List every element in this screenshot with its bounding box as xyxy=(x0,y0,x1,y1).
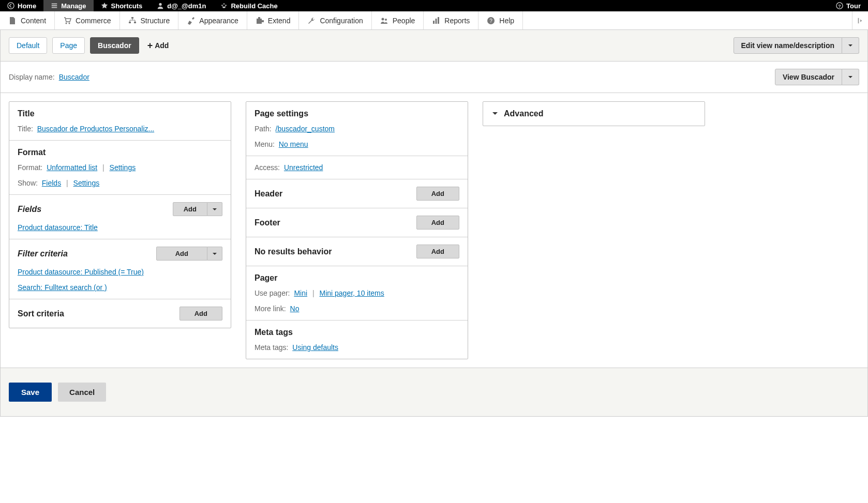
separator: | xyxy=(66,179,68,187)
menu-appearance-label: Appearance xyxy=(199,17,238,25)
toolbar-rebuild[interactable]: Rebuild Cache xyxy=(213,0,285,11)
show-settings[interactable]: Settings xyxy=(73,179,100,187)
filter-item[interactable]: Search: Fulltext search (or ) xyxy=(18,283,107,292)
section-noresults-heading: No results behavior xyxy=(255,247,416,256)
tab-default[interactable]: Default xyxy=(9,37,47,54)
menu-content-label: Content xyxy=(21,17,46,25)
svg-text:?: ? xyxy=(838,4,841,9)
field-item[interactable]: Product datasource: Title xyxy=(18,223,98,232)
menu-extend-label: Extend xyxy=(268,17,291,25)
advanced-heading: Advanced xyxy=(504,109,543,118)
section-pager: Pager Use pager: Mini | Mini pager, 10 i… xyxy=(246,266,468,321)
section-pager-heading: Pager xyxy=(255,273,459,283)
menu-commerce-label: Commerce xyxy=(76,17,111,25)
svg-rect-18 xyxy=(436,19,437,24)
toolbar-shortcuts[interactable]: Shortcuts xyxy=(94,0,150,11)
section-format: Format Format: Unformatted list | Settin… xyxy=(9,141,231,195)
section-pagesettings-heading: Page settings xyxy=(255,109,459,118)
svg-rect-3 xyxy=(52,7,57,8)
wrench-icon xyxy=(307,17,316,25)
puzzle-icon xyxy=(256,17,264,25)
view-display-dropdown[interactable] xyxy=(842,69,859,85)
section-footer-heading: Footer xyxy=(255,218,416,227)
footer-add-button[interactable]: Add xyxy=(416,216,459,230)
menu-content[interactable]: Content xyxy=(0,11,55,29)
format-settings[interactable]: Settings xyxy=(110,163,136,172)
cancel-button[interactable]: Cancel xyxy=(58,383,106,402)
svg-point-0 xyxy=(8,3,14,9)
form-actions: Save Cancel xyxy=(1,368,867,416)
section-sort: Sort criteria Add xyxy=(9,299,231,328)
sort-add-button[interactable]: Add xyxy=(179,307,222,321)
toolbar-tour-label: Tour xyxy=(846,2,861,10)
question-icon: ? xyxy=(487,17,495,25)
toolbar-user-label: d@_@dm1n xyxy=(167,2,206,10)
filter-add-dropdown[interactable] xyxy=(207,247,222,261)
header-add-button[interactable]: Add xyxy=(416,187,459,201)
menu-people-label: People xyxy=(393,17,415,25)
separator: | xyxy=(312,289,315,297)
page: Default Page Buscador + Add Edit view na… xyxy=(0,30,868,417)
more-link-label: More link: xyxy=(255,304,286,313)
toolbar-home[interactable]: Home xyxy=(0,0,43,11)
menu-configuration[interactable]: Configuration xyxy=(299,11,371,29)
section-filter: Filter criteria Add Product datasource: … xyxy=(9,239,231,299)
add-display-label: Add xyxy=(155,41,169,50)
meta-value[interactable]: Using defaults xyxy=(292,343,338,352)
menu-structure[interactable]: Structure xyxy=(120,11,179,29)
format-value[interactable]: Unformatted list xyxy=(47,163,97,172)
view-display-button[interactable]: View Buscador xyxy=(775,69,842,85)
chevron-down-icon xyxy=(847,74,854,80)
svg-rect-22 xyxy=(858,18,859,23)
toolbar-user[interactable]: d@_@dm1n xyxy=(149,0,213,11)
title-value[interactable]: Buscador de Productos Personaliz... xyxy=(37,125,154,133)
menu-configuration-label: Configuration xyxy=(320,17,363,25)
tab-page[interactable]: Page xyxy=(52,37,85,54)
save-button[interactable]: Save xyxy=(9,383,52,402)
svg-rect-10 xyxy=(129,22,131,23)
menu-value[interactable]: No menu xyxy=(279,140,308,148)
display-name-value[interactable]: Buscador xyxy=(59,73,89,81)
filter-add-button[interactable]: Add xyxy=(156,247,207,261)
menu-appearance[interactable]: Appearance xyxy=(178,11,247,29)
add-display[interactable]: + Add xyxy=(147,40,169,51)
toolbar-manage-label: Manage xyxy=(61,2,86,10)
format-label: Format: xyxy=(18,163,42,172)
separator: | xyxy=(102,163,104,172)
svg-rect-9 xyxy=(131,17,133,19)
chevron-down-icon xyxy=(212,206,218,212)
chevron-down-icon xyxy=(491,110,499,117)
svg-point-15 xyxy=(381,18,384,20)
toolbar-tour[interactable]: ? Tour xyxy=(829,0,868,11)
path-value[interactable]: /buscador_custom xyxy=(276,125,335,133)
menu-reports[interactable]: Reports xyxy=(424,11,478,29)
menu-commerce[interactable]: Commerce xyxy=(55,11,119,29)
pager-settings[interactable]: Mini pager, 10 items xyxy=(319,289,384,297)
chart-icon xyxy=(432,17,440,25)
menu-people[interactable]: People xyxy=(372,11,424,29)
access-value[interactable]: Unrestricted xyxy=(284,163,323,172)
fields-add-dropdown[interactable] xyxy=(207,202,222,216)
tree-icon xyxy=(128,17,137,25)
svg-rect-12 xyxy=(257,19,262,24)
advanced-toggle[interactable]: Advanced xyxy=(483,101,705,126)
use-pager-value[interactable]: Mini xyxy=(294,289,307,297)
svg-text:?: ? xyxy=(490,18,493,24)
section-filter-heading: Filter criteria xyxy=(18,249,156,258)
show-value[interactable]: Fields xyxy=(42,179,61,187)
edit-view-name-button[interactable]: Edit view name/description xyxy=(734,37,843,54)
recycle-icon xyxy=(220,2,228,9)
toolbar-manage[interactable]: Manage xyxy=(43,0,93,11)
menu-help[interactable]: ? Help xyxy=(478,11,523,29)
tab-buscador[interactable]: Buscador xyxy=(90,37,139,54)
noresults-add-button[interactable]: Add xyxy=(416,245,459,258)
fields-add-button[interactable]: Add xyxy=(173,202,207,216)
edit-view-name-dropdown[interactable] xyxy=(842,37,859,54)
settings-columns: Title Title: Buscador de Productos Perso… xyxy=(1,93,867,368)
filter-item[interactable]: Product datasource: Published (= True) xyxy=(18,268,144,276)
menu-extend[interactable]: Extend xyxy=(247,11,300,29)
menu-label: Menu: xyxy=(255,140,275,148)
toolbar-orientation-toggle[interactable] xyxy=(852,11,868,29)
section-footer: Footer Add xyxy=(246,208,468,237)
more-link-value[interactable]: No xyxy=(290,304,300,313)
